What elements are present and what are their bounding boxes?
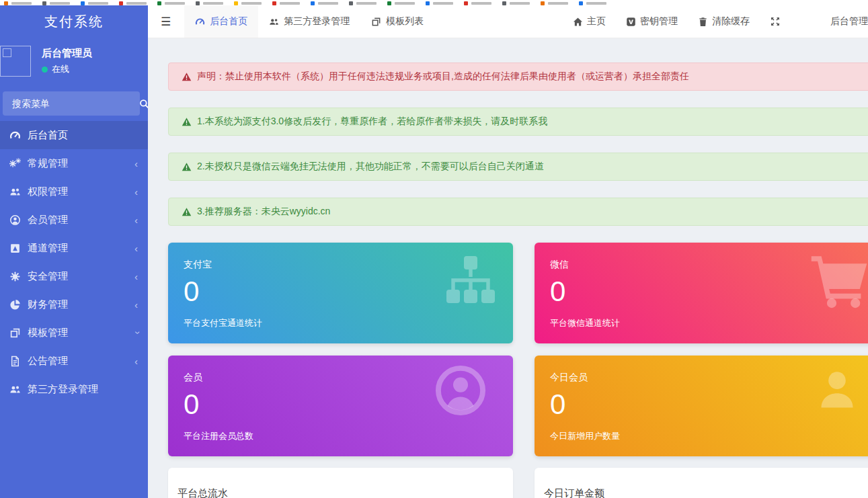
hamburger-icon[interactable]: ☰ (148, 15, 184, 29)
navbar-user[interactable]: 后台管理员 (830, 15, 868, 28)
panel-today-orders: 今日订单金额 (535, 468, 868, 498)
sidebar-user-name: 后台管理员 (42, 47, 92, 60)
stat-card-alipay: 支付宝 0 平台支付宝通道统计 (168, 243, 513, 343)
sidebar-item-notice[interactable]: 公告管理 ‹ (0, 347, 148, 375)
chevron-down-icon: ‹ (131, 331, 141, 335)
cart-icon (808, 251, 868, 310)
navbar-right: 主页 密钥管理 清除缓存 后台管理员 (573, 15, 868, 28)
bookmarks-strip (0, 0, 868, 5)
v-square-icon (626, 17, 636, 27)
stat-subtitle: 今日新增用户数量 (550, 430, 620, 442)
warning-icon (182, 72, 192, 82)
sidebar-item-label: 安全管理 (28, 270, 68, 283)
chevron-left-icon: ‹ (134, 272, 138, 282)
user-circle-icon (9, 214, 21, 226)
sidebar-menu: 后台首页 常规管理 ‹ 权限管理 ‹ 会员管理 ‹ 通道管理 ‹ 安全管理 ‹ (0, 121, 148, 403)
stat-card-wechat: 微信 0 平台微信通道统计 (535, 243, 868, 343)
clear-cache-button[interactable]: 清除缓存 (698, 15, 750, 28)
tab-label: 第三方登录管理 (284, 15, 350, 28)
tab-thirdparty-login[interactable]: 第三方登录管理 (258, 5, 360, 38)
dashboard-icon (9, 130, 21, 141)
user-icon (815, 365, 859, 416)
pie-chart-icon (9, 299, 21, 310)
sidebar-item-thirdparty[interactable]: 第三方登录管理 (0, 375, 148, 403)
avatar (0, 46, 31, 77)
sidebar-item-member[interactable]: 会员管理 ‹ (0, 206, 148, 234)
sidebar-item-label: 常规管理 (28, 157, 68, 170)
clone-icon (371, 17, 381, 27)
chevron-left-icon: ‹ (134, 215, 138, 225)
main-content: 声明：禁止使用本软件（系统）用于任何违法违规业务或项目,造成的任何法律后果由使用… (148, 38, 868, 498)
sidebar-item-general[interactable]: 常规管理 ‹ (0, 149, 148, 177)
trash-icon (698, 17, 708, 27)
user-circle-icon (432, 362, 489, 419)
home-icon (573, 17, 583, 27)
sidebar-item-dashboard[interactable]: 后台首页 (0, 121, 148, 149)
alert-text: 2.未授权只是微信云端免挂无法使用，其他功能正常，不需要可以后台自己关闭通道 (197, 161, 544, 173)
sidebar-item-channel[interactable]: 通道管理 ‹ (0, 234, 148, 262)
top-navbar: ☰ 后台首页 第三方登录管理 模板列表 主页 密钥管理 清除缓存 后台管理员 (148, 5, 868, 38)
sidebar-user-status: 在线 (42, 63, 69, 75)
sidebar-item-label: 模板管理 (28, 327, 68, 339)
broken-image-icon (3, 48, 11, 57)
warning-icon (182, 207, 192, 217)
gear-icon (9, 271, 21, 282)
stat-subtitle: 平台微信通道统计 (550, 317, 620, 329)
warning-icon (182, 162, 192, 172)
chevron-left-icon: ‹ (134, 187, 138, 197)
fullscreen-icon[interactable] (770, 16, 781, 27)
tab-label: 后台首页 (210, 15, 247, 28)
sidebar-item-label: 后台首页 (28, 129, 68, 142)
alert-disclaimer: 声明：禁止使用本软件（系统）用于任何违法违规业务或项目,造成的任何法律后果由使用… (168, 63, 868, 91)
alert-text: 声明：禁止使用本软件（系统）用于任何违法违规业务或项目,造成的任何法律后果由使用… (197, 71, 689, 83)
sidebar-item-template[interactable]: 模板管理 ‹ (0, 319, 148, 347)
panel-title: 平台总流水 (177, 487, 504, 498)
alert-text: 1.本系统为源支付3.0修改后发行，尊重原作者，若给原作者带来损失，请及时联系我 (197, 116, 547, 128)
clone-icon (9, 327, 21, 339)
stat-subtitle: 平台支付宝通道统计 (184, 317, 262, 329)
users-icon (269, 17, 279, 27)
chevron-left-icon: ‹ (134, 356, 138, 366)
bottom-panels: 平台总流水 今日订单金额 (168, 468, 868, 498)
alert-text: 3.推荐服务器：未央云wyyidc.cn (197, 206, 330, 218)
key-manage-button[interactable]: 密钥管理 (626, 15, 678, 28)
alert-note-2: 2.未授权只是微信云端免挂无法使用，其他功能正常，不需要可以后台自己关闭通道 (168, 153, 868, 181)
tab-label: 模板列表 (386, 15, 424, 28)
cogs-icon (9, 158, 21, 169)
home-button[interactable]: 主页 (573, 15, 606, 28)
sidebar-item-security[interactable]: 安全管理 ‹ (0, 262, 148, 290)
sidebar-item-label: 公告管理 (28, 355, 68, 368)
alert-note-3: 3.推荐服务器：未央云wyyidc.cn (168, 198, 868, 226)
stat-subtitle: 平台注册会员总数 (184, 430, 253, 442)
app-title: 支付系统 (0, 5, 148, 38)
sidebar-item-label: 权限管理 (28, 185, 68, 198)
users-icon (9, 384, 21, 395)
sidebar: 支付系统 后台管理员 在线 后台首页 常规管理 ‹ 权限管理 ‹ 会员管理 ‹ (0, 5, 148, 498)
action-label: 清除缓存 (712, 15, 750, 28)
tab-template-list[interactable]: 模板列表 (360, 5, 434, 38)
sidebar-item-permission[interactable]: 权限管理 ‹ (0, 177, 148, 206)
status-label: 在线 (52, 63, 69, 75)
online-dot (42, 67, 48, 73)
dashboard-icon (195, 17, 205, 27)
sidebar-item-label: 通道管理 (28, 242, 68, 255)
users-icon (9, 186, 21, 198)
panel-title: 今日订单金额 (544, 487, 868, 498)
action-label: 主页 (587, 15, 606, 28)
chevron-left-icon: ‹ (134, 300, 138, 310)
sitemap-icon (442, 253, 500, 306)
sidebar-item-label: 财务管理 (28, 298, 68, 311)
file-icon (9, 356, 21, 367)
stat-card-members: 会员 0 平台注册会员总数 (168, 356, 513, 456)
stat-cards: 支付宝 0 平台支付宝通道统计 微信 0 平台微信通道统计 会员 0 平台注册会… (168, 243, 868, 456)
channel-icon (9, 243, 21, 254)
action-label: 密钥管理 (640, 15, 678, 28)
search-input[interactable] (3, 98, 139, 109)
panel-total-flow: 平台总流水 (168, 468, 513, 498)
sidebar-search (3, 91, 140, 116)
tab-dashboard[interactable]: 后台首页 (184, 5, 258, 38)
chevron-left-icon: ‹ (134, 159, 138, 169)
chevron-left-icon: ‹ (134, 243, 138, 253)
sidebar-item-label: 会员管理 (28, 214, 68, 226)
sidebar-item-finance[interactable]: 财务管理 ‹ (0, 290, 148, 319)
